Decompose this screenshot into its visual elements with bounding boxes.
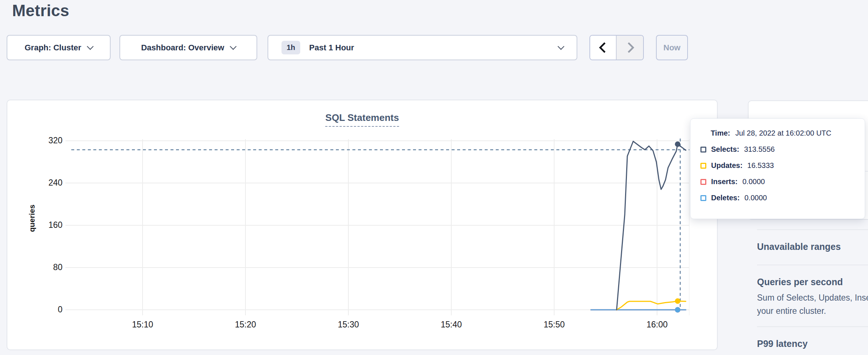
tooltip-series-label: Deletes: xyxy=(711,194,740,202)
summary-section-title: Queries per second xyxy=(757,276,868,288)
sql-statements-chart[interactable] xyxy=(65,129,689,316)
tooltip-series-label: Selects: xyxy=(711,145,739,154)
x-tick-label: 15:50 xyxy=(532,320,576,330)
chart-hover-tooltip: Time: Jul 28, 2022 at 16:02:00 UTC Selec… xyxy=(690,118,865,219)
tooltip-series-row: Selects: 313.5556 xyxy=(700,145,855,154)
time-range-badge: 1h xyxy=(281,41,300,54)
y-tick-label: 0 xyxy=(29,305,62,315)
page-title: Metrics xyxy=(12,1,69,20)
y-axis-label: queries xyxy=(28,200,36,237)
summary-section-title: Unavailable ranges xyxy=(757,240,868,253)
tooltip-series-value: 16.5333 xyxy=(747,161,774,170)
time-range-label: Past 1 Hour xyxy=(309,43,559,53)
summary-section-p99-latency: P99 latency xyxy=(757,326,868,355)
dashboard-dropdown[interactable]: Dashboard: Overview xyxy=(119,35,257,60)
x-tick-label: 16:00 xyxy=(635,320,679,330)
tooltip-series-row: Updates: 16.5333 xyxy=(700,161,855,170)
graph-scope-label: Graph: Cluster xyxy=(25,43,81,53)
hover-dot-updates xyxy=(675,298,681,304)
metrics-page: { "header": { "title": "Metrics" }, "too… xyxy=(0,0,868,355)
tooltip-time-value: Jul 28, 2022 at 16:02:00 UTC xyxy=(735,129,831,137)
tooltip-series-row: Deletes: 0.0000 xyxy=(700,194,855,202)
x-tick-label: 15:20 xyxy=(223,320,268,330)
y-tick-label: 160 xyxy=(29,220,62,230)
graph-scope-dropdown[interactable]: Graph: Cluster xyxy=(7,35,111,60)
tooltip-series-row: Inserts: 0.0000 xyxy=(700,178,855,186)
tooltip-series-label: Updates: xyxy=(711,161,743,170)
tooltip-series-value: 0.0000 xyxy=(745,194,767,202)
x-tick-label: 15:30 xyxy=(326,320,370,330)
previous-timeframe-button[interactable] xyxy=(590,36,617,60)
dashboard-label: Dashboard: Overview xyxy=(141,43,224,53)
summary-sidebar: Unavailable ranges Queries per second Su… xyxy=(757,229,868,355)
tooltip-series-value: 313.5556 xyxy=(744,145,775,154)
deletes-swatch-icon xyxy=(700,195,706,201)
chevron-down-icon xyxy=(230,43,236,50)
selects-swatch-icon xyxy=(700,147,706,153)
chevron-right-icon xyxy=(623,42,634,53)
time-step-control xyxy=(589,35,644,60)
inserts-swatch-icon xyxy=(700,179,706,185)
description-line: your entire cluster. xyxy=(757,304,868,318)
tooltip-series-label: Inserts: xyxy=(711,178,738,186)
chart-title-wrap: SQL Statements xyxy=(7,112,718,127)
summary-section-description: Sum of Selects, Updates, Inser your enti… xyxy=(757,291,868,318)
updates-swatch-icon xyxy=(700,163,706,169)
next-timeframe-button-disabled[interactable] xyxy=(617,36,643,60)
tooltip-time-label: Time: xyxy=(711,129,730,137)
y-tick-label: 320 xyxy=(29,136,62,146)
hover-dot-deletes xyxy=(675,307,681,313)
x-tick-label: 15:10 xyxy=(121,320,165,330)
summary-section-title: P99 latency xyxy=(757,337,868,350)
y-tick-label: 240 xyxy=(29,178,62,188)
x-tick-label: 15:40 xyxy=(429,320,473,330)
summary-section-queries-per-second: Queries per second Sum of Selects, Updat… xyxy=(757,265,868,326)
description-line: Sum of Selects, Updates, Inser xyxy=(757,291,868,304)
chevron-down-icon xyxy=(87,43,93,50)
chart-title[interactable]: SQL Statements xyxy=(325,112,399,127)
tooltip-series-value: 0.0000 xyxy=(742,178,765,186)
hover-dot-selects xyxy=(675,141,681,147)
y-tick-label: 80 xyxy=(29,262,62,272)
time-range-selector[interactable]: 1h Past 1 Hour xyxy=(268,35,577,60)
tooltip-time-row: Time: Jul 28, 2022 at 16:02:00 UTC xyxy=(711,129,855,137)
summary-section-unavailable-ranges: Unavailable ranges xyxy=(757,229,868,265)
chevron-down-icon xyxy=(557,43,564,50)
chevron-left-icon xyxy=(599,42,610,53)
now-button[interactable]: Now xyxy=(656,35,688,60)
